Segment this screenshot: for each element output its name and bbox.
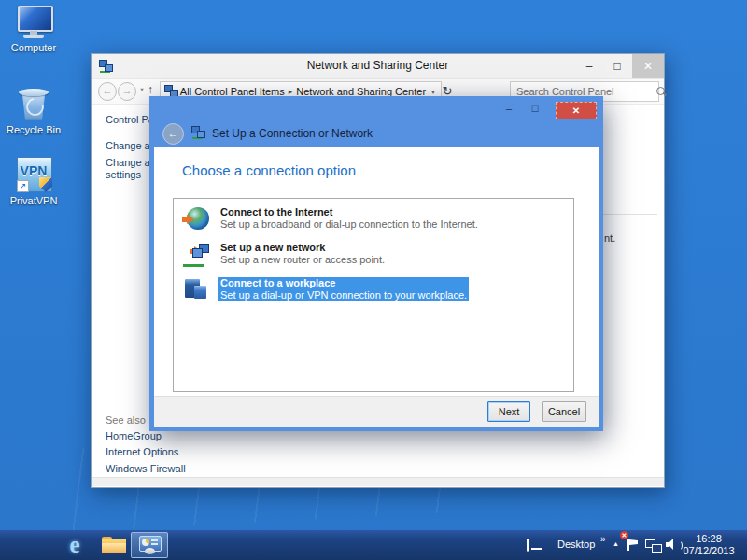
desktop-icon-label: Computer: [0, 42, 67, 53]
breadcrumb-dropdown-icon[interactable]: ▼: [430, 88, 436, 94]
option-connect-to-workplace[interactable]: Connect to a workplace Set up a dial-up …: [181, 277, 564, 303]
dialog-minimize-button[interactable]: –: [500, 103, 518, 114]
workplace-icon: [181, 277, 211, 303]
option-connect-to-internet[interactable]: Connect to the Internet Set up a broadba…: [181, 206, 564, 232]
internet-globe-icon: [181, 206, 211, 232]
computer-icon: [13, 6, 54, 39]
back-icon: ←: [103, 85, 113, 96]
sidebar-item-homegroup[interactable]: HomeGroup: [106, 430, 229, 442]
dialog-close-button[interactable]: ✕: [556, 102, 597, 119]
internet-explorer-icon: e: [69, 532, 79, 558]
taskbar-control-panel-button[interactable]: [131, 532, 168, 558]
dialog-footer: Next Cancel: [154, 396, 599, 427]
window-titlebar: Network and Sharing Center – □ ✕: [92, 54, 664, 79]
history-dropdown[interactable]: ▼: [139, 87, 145, 92]
back-icon: ←: [168, 127, 179, 140]
content-text-fragment: nt.: [604, 232, 615, 244]
desktop-icon-computer[interactable]: Computer: [0, 6, 67, 53]
dialog-heading: Choose a connection option: [182, 162, 356, 178]
forward-icon: →: [122, 85, 133, 96]
tray-expand-button[interactable]: ▲: [613, 540, 619, 560]
new-network-icon: [181, 242, 211, 268]
dialog-title: Set Up a Connection or Network: [212, 127, 373, 140]
content-divider: [596, 214, 657, 215]
option-desc: Set up a broadband or dial-up connection…: [220, 218, 478, 231]
desktop-icon-label: PrivatVPN: [0, 195, 67, 206]
desktop: Computer Recycle Bin VPN ↗ PrivatVPN Net…: [0, 0, 747, 560]
option-title: Connect to a workplace: [220, 277, 467, 289]
window-bottom-strip: [92, 477, 664, 486]
recycle-bin-icon: [17, 86, 50, 121]
close-button[interactable]: ✕: [632, 54, 664, 78]
sidebar-item-windows-firewall[interactable]: Windows Firewall: [106, 463, 229, 475]
option-title: Connect to the Internet: [220, 206, 478, 218]
back-button[interactable]: ←: [98, 82, 117, 101]
vpn-icon-text: VPN: [17, 163, 50, 178]
desktop-icon-recycle-bin[interactable]: Recycle Bin: [0, 86, 67, 135]
maximize-icon: □: [613, 60, 620, 73]
taskbar: e Desktop » ▲ ✕ 16:28: [0, 530, 747, 560]
option-desc: Set up a dial-up or VPN connection to yo…: [220, 289, 467, 301]
crumb-separator-icon: ▸: [289, 87, 293, 96]
folder-icon: [102, 537, 126, 554]
clock[interactable]: 16:28 07/12/2013: [676, 533, 741, 557]
close-icon: ✕: [572, 105, 580, 116]
shortcut-arrow-icon: ↗: [17, 180, 29, 192]
minimize-icon: –: [506, 103, 512, 114]
dialog-maximize-button[interactable]: □: [526, 103, 544, 114]
dialog-back-button[interactable]: ←: [162, 123, 184, 145]
minimize-icon: –: [586, 60, 593, 73]
option-setup-new-network[interactable]: Set up a new network Set up a new router…: [181, 242, 564, 268]
connection-options-list: Connect to the Internet Set up a broadba…: [173, 198, 574, 392]
desktop-peek-label[interactable]: Desktop: [557, 539, 595, 560]
minimize-button[interactable]: –: [576, 54, 602, 78]
taskbar-internet-explorer-button[interactable]: e: [56, 532, 93, 558]
vpn-icon: VPN ↗: [15, 157, 52, 192]
option-title: Set up a new network: [220, 242, 385, 254]
clock-time: 16:28: [676, 533, 741, 545]
close-icon: ✕: [643, 60, 653, 73]
touch-keyboard-button[interactable]: [527, 539, 529, 560]
wizard-icon: [191, 126, 205, 143]
up-icon: ↑: [148, 83, 153, 96]
keyboard-icon: [527, 539, 529, 552]
overflow-chevron[interactable]: »: [600, 534, 606, 560]
maximize-icon: □: [532, 103, 539, 114]
cancel-button[interactable]: Cancel: [542, 401, 586, 422]
option-desc: Set up a new router or access point.: [220, 254, 385, 266]
setup-connection-dialog: – □ ✕ ← Set Up a Connection or Network C…: [149, 96, 603, 431]
sidebar-item-internet-options[interactable]: Internet Options: [106, 446, 229, 458]
next-button[interactable]: Next: [487, 401, 530, 422]
dialog-header: – □ ✕ ← Set Up a Connection or Network: [154, 101, 599, 147]
taskbar-file-explorer-button[interactable]: [95, 532, 133, 558]
forward-button[interactable]: →: [118, 82, 136, 101]
maximize-button[interactable]: □: [604, 54, 630, 78]
desktop-icon-label: Recycle Bin: [0, 124, 67, 135]
up-button[interactable]: ↑: [148, 83, 153, 96]
control-panel-icon: [138, 536, 161, 554]
clock-date: 07/12/2013: [676, 545, 741, 557]
desktop-icon-privatvpn[interactable]: VPN ↗ PrivatVPN: [0, 157, 67, 206]
